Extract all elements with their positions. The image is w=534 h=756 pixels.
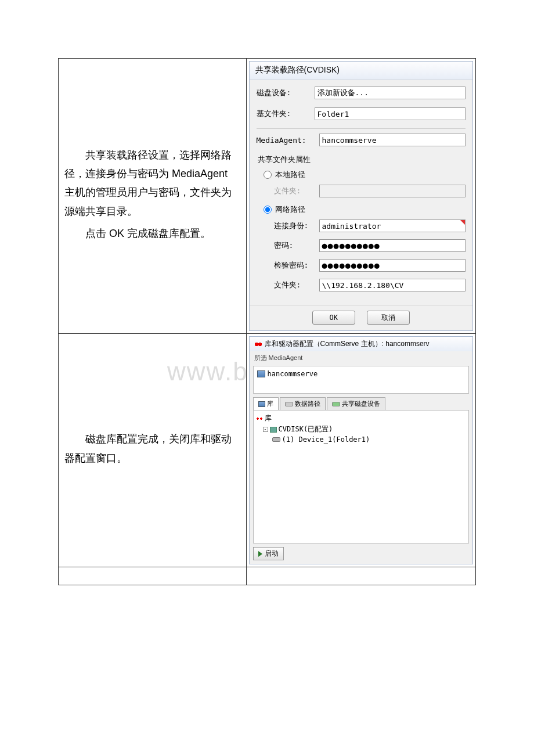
start-button[interactable]: 启动 [253,547,284,560]
local-folder-label: 文件夹: [274,186,315,196]
row1-screenshot-cell: 共享装载路径(CVDISK) 磁盘设备: 添加新设备... 基文件夹: Fold… [246,59,475,334]
local-folder-input [319,185,466,197]
server-icon [257,370,265,377]
row1-desc-p1: 共享装载路径设置，选择网络路径，连接身份与密码为 MediaAgent 主机的管… [64,146,240,221]
selected-ma-panel: hancommserve [253,366,469,394]
datapath-tab-icon [285,402,293,406]
selected-ma-item[interactable]: hancommserve [256,369,466,379]
tab-shared-disk[interactable]: 共享磁盘设备 [327,397,385,410]
net-folder-input[interactable]: \\192.168.2.180\CV [319,279,466,291]
disk-device-label: 磁盘设备: [257,88,310,98]
password-label: 密码: [274,240,315,251]
network-path-radio-label: 网络路径 [275,204,305,215]
ok-button[interactable]: OK [312,311,355,325]
local-path-radio-label: 本地路径 [275,170,305,180]
device-icon [272,437,280,442]
tab-strip: 库 数据路径 共享磁盘设备 [253,397,469,410]
base-folder-label: 基文件夹: [257,109,310,119]
tab-data-path[interactable]: 数据路径 [280,397,326,410]
row3-right [246,567,475,585]
tree-device-item[interactable]: (1) Device_1(Folder1) [256,435,466,444]
verify-password-input[interactable]: ●●●●●●●●●● [319,259,466,272]
tab-library[interactable]: 库 [253,397,279,410]
row2-desc: 磁盘库配置完成，关闭库和驱动器配置窗口。 [64,430,240,467]
verify-password-label: 检验密码: [274,260,315,271]
tree-collapse-icon[interactable]: - [263,427,268,432]
row1-description-cell: 共享装载路径设置，选择网络路径，连接身份与密码为 MediaAgent 主机的管… [59,59,247,334]
connect-as-label: 连接身份: [274,221,315,231]
dialog-titlebar: 共享装载路径(CVDISK) [250,62,472,80]
mediaagent-dropdown[interactable]: hancommserve [319,134,466,146]
doc-table: 共享装载路径设置，选择网络路径，连接身份与密码为 MediaAgent 主机的管… [58,58,476,585]
library-icon [270,427,277,433]
disk-device-dropdown[interactable]: 添加新设备... [315,87,466,99]
password-input[interactable]: ●●●●●●●●●● [319,239,466,252]
network-path-radio[interactable] [264,206,272,214]
row2-description-cell: 磁盘库配置完成，关闭库和驱动器配置窗口。 [59,334,247,567]
connect-as-input[interactable]: administrator [319,219,466,232]
local-path-radio-row[interactable]: 本地路径 [264,170,466,180]
network-path-radio-row[interactable]: 网络路径 [264,204,466,215]
share-mount-path-dialog: 共享装载路径(CVDISK) 磁盘设备: 添加新设备... 基文件夹: Fold… [249,61,473,331]
row2-screenshot-cell: 库和驱动器配置（CommServe 主机）: hancommserv 所选 Me… [246,334,475,567]
play-icon [258,551,262,557]
local-path-radio[interactable] [264,171,272,179]
base-folder-input[interactable]: Folder1 [315,107,466,120]
library-driver-config-dialog: 库和驱动器配置（CommServe 主机）: hancommserv 所选 Me… [249,336,473,564]
tree-library-item[interactable]: - CVDISK(已配置) [256,424,466,435]
cancel-button[interactable]: 取消 [367,311,410,325]
selected-ma-label: 所选 MediaAgent [254,354,472,362]
net-folder-label: 文件夹: [274,280,315,290]
library-tree: 库 - CVDISK(已配置) (1) Device_1(Folder1) [253,410,469,543]
field-marker-icon [460,220,465,225]
row3-left [59,567,247,585]
dialog2-titlebar: 库和驱动器配置（CommServe 主机）: hancommserv [250,337,472,351]
row1-desc-p2: 点击 OK 完成磁盘库配置。 [64,224,240,243]
chain-icon [254,341,262,347]
shareddisk-tab-icon [332,402,340,406]
share-folder-props-label: 共享文件夹属性 [258,154,466,165]
tree-root[interactable]: 库 [256,413,466,424]
mediaagent-label: MediaAgent: [257,136,315,145]
library-tab-icon [258,401,265,407]
chain-icon [256,416,263,421]
